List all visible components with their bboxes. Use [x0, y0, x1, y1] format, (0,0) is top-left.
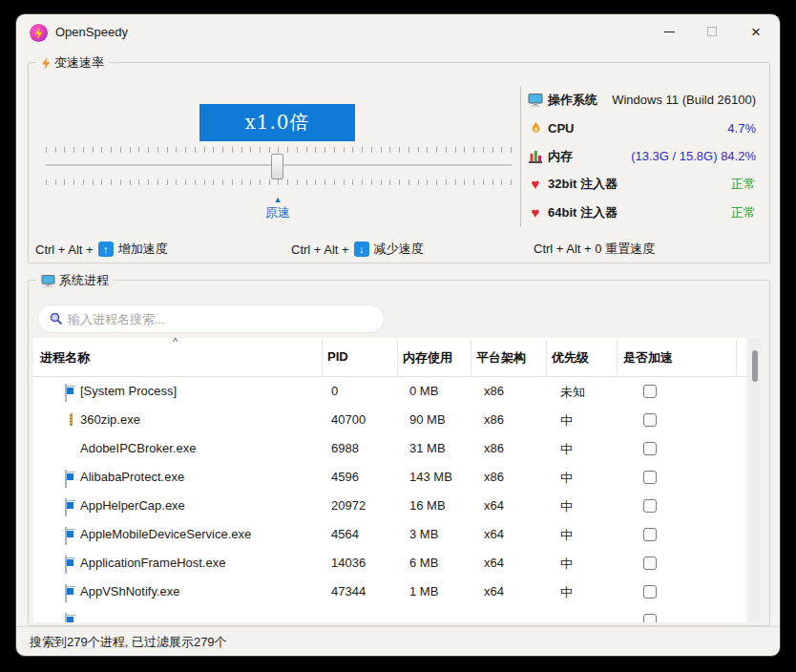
close-icon: ×	[751, 24, 761, 40]
process-legend-label: 系统进程	[59, 272, 109, 289]
process-pid: 4596	[331, 470, 359, 484]
process-name: AlibabaProtect.exe	[80, 470, 184, 484]
process-pid: 6988	[331, 441, 359, 455]
shortcut-reset: Ctrl + Alt + 0 重置速度	[534, 241, 655, 258]
generic-window-icon	[65, 614, 78, 622]
accelerate-checkbox[interactable]	[643, 385, 657, 398]
generic-window-icon	[65, 585, 78, 598]
injector64-info-row: ♥ 64bit 注入器 正常	[528, 199, 756, 227]
os-label: 操作系统	[548, 92, 597, 109]
process-name: ApplicationFrameHost.exe	[80, 556, 225, 570]
process-priority: 中	[560, 556, 573, 573]
os-info-row: 操作系统 Windows 11 (Build 26100)	[528, 86, 756, 115]
process-memory: 143 MB	[409, 470, 452, 484]
process-pid: 0	[331, 384, 338, 398]
maximize-button[interactable]	[696, 18, 728, 45]
shortcut-decrease-prefix: Ctrl + Alt +	[291, 242, 349, 257]
status-text: 搜索到279个进程, 已过滤展示279个	[30, 634, 227, 651]
header-accelerate[interactable]: 是否加速	[623, 349, 673, 367]
process-pid: 14036	[331, 556, 366, 570]
shortcut-increase: Ctrl + Alt + ↑ 增加速度	[35, 241, 168, 258]
minimize-button[interactable]	[653, 18, 685, 45]
accelerate-checkbox[interactable]	[643, 614, 657, 622]
accelerate-checkbox[interactable]	[643, 528, 657, 541]
shortcut-increase-prefix: Ctrl + Alt +	[35, 242, 94, 257]
speed-rate-legend: 变速速率	[36, 54, 109, 72]
search-icon	[50, 312, 63, 326]
process-priority: 中	[560, 527, 573, 544]
generic-window-icon	[65, 499, 78, 513]
system-info-panel: 操作系统 Windows 11 (Build 26100) CPU 4.7% 内…	[520, 86, 756, 227]
cpu-label: CPU	[548, 121, 574, 136]
maximize-icon	[707, 27, 717, 36]
slider-ticks-top	[46, 147, 512, 153]
process-arch: x64	[484, 498, 504, 513]
table-row[interactable]: ApplicationFrameHost.exe 14036 6 MB x64 …	[33, 549, 746, 578]
process-name: 360zip.exe	[80, 412, 140, 427]
process-pid: 4564	[331, 527, 359, 541]
accelerate-checkbox[interactable]	[643, 556, 657, 570]
process-memory: 1 MB	[409, 584, 438, 598]
process-name: AdobeIPCBroker.exe	[80, 441, 196, 455]
injector32-label: 32bit 注入器	[548, 176, 618, 193]
process-search-box[interactable]	[37, 304, 385, 333]
table-row[interactable]: [System Process] 0 0 MB x86 未知	[33, 377, 746, 406]
memory-chart-icon	[528, 150, 543, 163]
process-arch: x86	[484, 470, 504, 484]
shortcut-hints: Ctrl + Alt + ↑ 增加速度 Ctrl + Alt + ↓ 减少速度 …	[35, 241, 765, 260]
slider-ticks-bottom	[46, 179, 512, 185]
table-scrollbar[interactable]	[748, 338, 761, 622]
shortcut-decrease-label: 减少速度	[374, 241, 424, 258]
down-arrow-key-icon: ↓	[354, 242, 369, 257]
process-memory: 6 MB	[409, 556, 438, 570]
process-name: AppHelperCap.exe	[80, 498, 185, 513]
table-row[interactable]: 360zip.exe 40700 90 MB x86 中	[33, 406, 746, 434]
close-button[interactable]: ×	[740, 18, 772, 45]
process-groupbox: 系统进程 ^ 进程名称 PID 内存使用 平台架构 优先级 是否加速	[28, 280, 770, 626]
generic-window-icon	[65, 385, 78, 398]
accelerate-checkbox[interactable]	[643, 471, 657, 484]
accelerate-checkbox[interactable]	[643, 442, 657, 455]
speed-multiplier-label: x1.0倍	[199, 104, 355, 141]
zip-app-icon	[65, 413, 78, 427]
process-memory: 0 MB	[409, 384, 438, 398]
table-row[interactable]: AppVShNotify.exe 47344 1 MB x64 中	[33, 578, 746, 606]
window-title: OpenSpeedy	[55, 25, 128, 39]
process-priority: 中	[560, 584, 573, 601]
table-row[interactable]: AlibabaProtect.exe 4596 143 MB x86 中	[33, 463, 746, 492]
injector64-label: 64bit 注入器	[548, 204, 618, 221]
table-header[interactable]: ^ 进程名称 PID 内存使用 平台架构 优先级 是否加速	[33, 338, 746, 377]
table-row[interactable]: AdobeIPCBroker.exe 6988 31 MB x86 中	[33, 434, 746, 463]
monitor-icon	[41, 275, 55, 287]
accelerate-checkbox[interactable]	[643, 413, 657, 427]
process-memory: 90 MB	[409, 412, 446, 427]
accelerate-checkbox[interactable]	[643, 499, 657, 513]
table-row[interactable]: AppleMobileDeviceService.exe 4564 3 MB x…	[33, 520, 746, 549]
slider-handle[interactable]	[271, 154, 283, 179]
table-row[interactable]: AppHelperCap.exe 20972 16 MB x64 中	[33, 492, 746, 520]
header-arch[interactable]: 平台架构	[476, 349, 526, 367]
process-arch: x86	[484, 441, 504, 455]
scrollbar-thumb[interactable]	[752, 350, 758, 382]
titlebar[interactable]: OpenSpeedy ×	[16, 14, 780, 51]
sort-indicator-icon: ^	[173, 338, 178, 347]
header-process-name[interactable]: 进程名称	[40, 349, 90, 367]
search-input[interactable]	[68, 312, 372, 326]
origin-triangle-icon: ▲	[240, 195, 316, 204]
shortcut-increase-label: 增加速度	[118, 241, 168, 258]
header-memory[interactable]: 内存使用	[403, 349, 452, 367]
table-row-partial[interactable]	[33, 606, 746, 622]
app-window: OpenSpeedy × 变速速率 x1.0倍 ▲ 原速 操作系统 Window…	[15, 13, 781, 657]
process-priority: 未知	[560, 384, 585, 401]
injector64-status: 正常	[622, 204, 756, 221]
origin-speed-marker: ▲ 原速	[240, 195, 316, 220]
accelerate-checkbox[interactable]	[643, 585, 657, 598]
minimize-icon	[664, 32, 675, 32]
app-logo-icon	[30, 24, 48, 42]
heart-icon: ♥	[528, 206, 543, 220]
cpu-info-row: CPU 4.7%	[528, 115, 756, 143]
process-priority: 中	[560, 412, 573, 430]
header-priority[interactable]: 优先级	[552, 349, 589, 367]
header-pid[interactable]: PID	[327, 349, 348, 364]
memory-label: 内存	[548, 148, 573, 165]
